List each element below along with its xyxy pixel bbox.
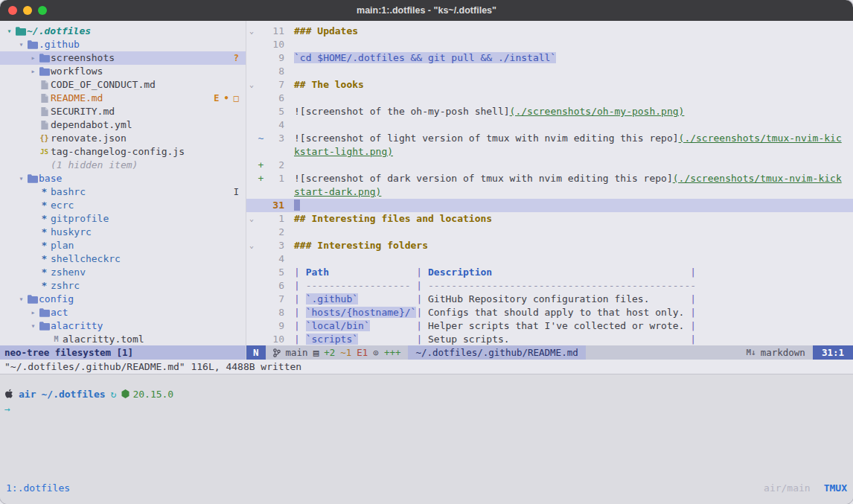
tree-item[interactable]: *bashrcI [0,185,246,199]
tree-item[interactable]: *zshenv [0,266,246,279]
text-segment-code: `local/bin` [306,320,370,331]
editor-line[interactable]: +2 [246,159,853,172]
line-text: | `scripts` | Setup scripts. | [294,333,696,345]
chevron-right-icon[interactable]: ▸ [28,306,38,319]
sign-column [257,145,265,159]
tree-item[interactable]: SECURITY.md [0,105,246,118]
editor-line[interactable]: 4 [246,252,853,266]
tree-item[interactable]: ▾alacritty [0,319,246,333]
tree-item[interactable]: *huskyrc [0,226,246,239]
tree-item-label: config [39,293,74,306]
tree-item[interactable]: *ecrc [0,199,246,212]
editor-line[interactable]: 9| `local/bin` | Helper scripts that I'v… [246,319,853,333]
git-sign: ~ [257,132,265,145]
editor-line[interactable]: 5![screenshot of the oh-my-posh shell](.… [246,105,853,118]
sign-column [257,65,265,78]
editor-line[interactable]: +1![screenshot of dark version of tmux w… [246,172,853,185]
editor-line[interactable]: 4 [246,118,853,132]
text-segment-pipe: | [294,320,306,331]
chevron-down-icon[interactable]: ▾ [16,293,26,306]
tree-item[interactable]: ▸screenshots? [0,51,246,65]
tree-item[interactable]: *gitprofile [0,212,246,226]
expander-spacer [28,118,38,132]
editor-buffer[interactable]: ⌄ 11### Updates 10 9`cd $HOME/.dotfiles … [246,21,853,345]
dotfile-star-icon: * [42,239,48,252]
folder-icon [16,27,26,36]
tree-item[interactable]: *zshrc [0,279,246,293]
status-badge: • [224,92,229,105]
tree-item[interactable]: ▾config [0,293,246,306]
chevron-right-icon[interactable]: ▸ [28,65,38,78]
chevron-right-icon[interactable]: ▸ [28,51,38,65]
tree-item[interactable]: ▸workflows [0,65,246,78]
minimize-button[interactable] [23,6,32,15]
editor-line-current[interactable]: 31 [246,199,853,212]
tree-item-label: README.md [51,92,103,105]
tree-item-label: act [51,306,68,319]
tree-item-label: ecrc [51,199,74,212]
apple-icon [4,389,13,399]
editor-line[interactable]: 6 [246,92,853,105]
editor-line[interactable]: 5| Path | Description | [246,266,853,279]
tree-item[interactable]: Malacritty.toml [0,333,246,345]
zoom-button[interactable] [38,6,47,15]
editor-line[interactable]: ~3![screenshot of light version of tmux … [246,132,853,145]
editor-line[interactable]: 8 [246,65,853,78]
tree-item[interactable]: (1 hidden item) [0,159,246,172]
m-tree-icon: M [50,333,63,345]
editor-line[interactable]: 2 [246,226,853,239]
tree-item[interactable]: CODE_OF_CONDUCT.md [0,78,246,92]
text-segment-code: `.github` [306,293,358,304]
editor-line[interactable]: ⌄ 1## Interesting files and locations [246,212,853,226]
text-segment-pipe: | [684,320,696,331]
close-button[interactable] [8,6,17,15]
expander-spacer [28,239,38,252]
tree-item[interactable]: {}renovate.json [0,132,246,145]
editor-line[interactable]: 9`cd $HOME/.dotfiles && git pull && ./in… [246,51,853,65]
editor-line[interactable]: 8| `hosts/{hostname}/`| Configs that sho… [246,306,853,319]
chevron-down-icon[interactable]: ▾ [16,38,26,51]
fold-chevron-icon[interactable]: ⌄ [246,212,257,226]
editor-line[interactable]: 7| `.github` | GitHub Repository configu… [246,293,853,306]
chevron-down-icon[interactable]: ▾ [28,319,38,333]
tree-item[interactable]: ▾base [0,172,246,185]
tree-item[interactable]: ▾~/.dotfiles [0,25,246,38]
editor-line[interactable]: 6| ------------------ | ----------------… [246,279,853,293]
editor-line[interactable]: ⌄ 3### Interesting folders [246,239,853,252]
fold-chevron-icon[interactable]: ⌄ [246,239,257,252]
fold-chevron-icon[interactable]: ⌄ [246,78,257,92]
tree-item[interactable]: *plan [0,239,246,252]
shell-pane[interactable]: air ~/.dotfiles ↻ 20.15.0 → 1:.dotfiles … [0,374,853,504]
js-tree-icon: JS [38,145,51,159]
tmux-window-name[interactable]: 1:.dotfiles [6,482,70,494]
expander-spacer [28,105,38,118]
sign-column [257,226,265,239]
text-segment-th: Description [428,267,492,278]
titlebar[interactable]: main:1:.dotfiles - "ks~/.dotfiles" [0,0,853,21]
editor-line[interactable]: 10| `scripts` | Setup scripts. | [246,333,853,345]
tree-item-label: renovate.json [51,132,127,145]
tree-item[interactable]: ▸act [0,306,246,319]
prompt-arrow[interactable]: → [4,403,853,418]
fold-chevron-icon[interactable]: ⌄ [246,25,257,38]
line-number: 31 [265,199,284,212]
expander-spacer [28,185,38,199]
statusline-file-path: ~/.dotfiles/.github/README.md [408,345,585,360]
folder-icon [39,308,50,317]
tree-item[interactable]: JStag-changelog-config.js [0,145,246,159]
tree-item[interactable]: ▾.github [0,38,246,51]
tree-item[interactable]: dependabot.yml [0,118,246,132]
tree-item-badges: ? [234,51,239,65]
tree-item[interactable]: README.mdE•□ [0,92,246,105]
fold-column [246,266,257,279]
fold-column [246,319,257,333]
chevron-down-icon[interactable]: ▾ [4,25,14,38]
editor-line[interactable]: ⌄ 11### Updates [246,25,853,38]
editor-line[interactable]: kstart-light.png) [246,145,853,159]
editor-line[interactable]: 10 [246,38,853,51]
editor-line[interactable]: start-dark.png) [246,185,853,199]
editor-line[interactable]: ⌄ 7## The looks [246,78,853,92]
chevron-down-icon[interactable]: ▾ [16,172,26,185]
tree-item[interactable]: *shellcheckrc [0,252,246,266]
tree-item-label: alacritty.toml [63,333,144,345]
